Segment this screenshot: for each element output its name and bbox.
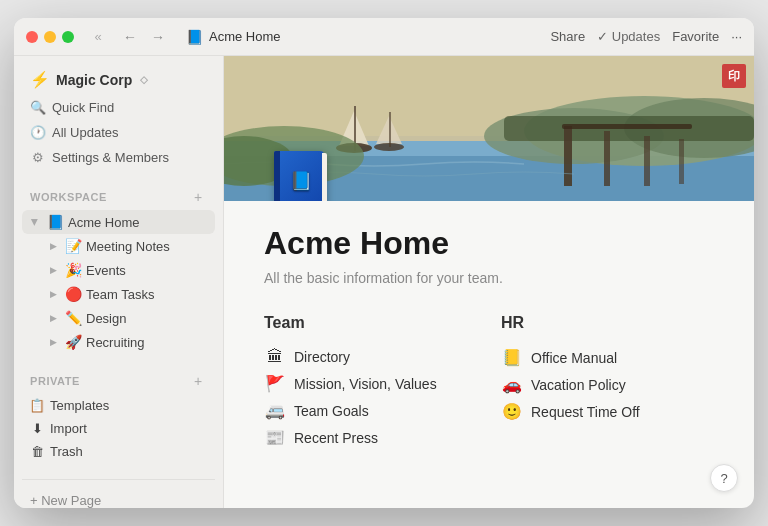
sidebar-top: ⚡ Magic Corp ◇ 🔍 Quick Find 🕐 All Update…	[14, 56, 223, 174]
favorite-button[interactable]: Favorite	[672, 29, 719, 44]
svg-rect-11	[679, 139, 684, 184]
sidebar-recruiting-label: Recruiting	[86, 335, 209, 350]
content-body: Acme Home All the basic information for …	[224, 201, 754, 491]
clock-icon: 🕐	[30, 125, 46, 140]
updates-button[interactable]: ✓ Updates	[597, 29, 660, 44]
maximize-button[interactable]	[62, 31, 74, 43]
link-vacationpolicy[interactable]: 🚗 Vacation Policy	[501, 371, 714, 398]
workspace-label: Magic Corp	[56, 72, 132, 88]
directory-label: Directory	[294, 349, 350, 365]
gear-icon: ⚙	[30, 150, 46, 165]
hr-section: HR 📒 Office Manual 🚗 Vacation Policy 🙂	[501, 314, 714, 451]
workspace-name[interactable]: ⚡ Magic Corp ◇	[22, 64, 215, 95]
content-grid: Team 🏛 Directory 🚩 Mission, Vision, Valu…	[264, 314, 714, 451]
arrow-icon: ▶	[46, 263, 60, 277]
search-icon: 🔍	[30, 100, 46, 115]
link-officemanual[interactable]: 📒 Office Manual	[501, 344, 714, 371]
link-directory[interactable]: 🏛 Directory	[264, 344, 477, 370]
recentpress-icon: 📰	[264, 428, 286, 447]
sidebar-meetingnotes-label: Meeting Notes	[86, 239, 209, 254]
sidebar-design-label: Design	[86, 311, 209, 326]
link-requesttimeoff[interactable]: 🙂 Request Time Off	[501, 398, 714, 425]
main-area: ⚡ Magic Corp ◇ 🔍 Quick Find 🕐 All Update…	[14, 56, 754, 508]
more-button[interactable]: ···	[731, 29, 742, 44]
templates-icon: 📋	[28, 398, 46, 413]
arrow-icon: ▶	[46, 311, 60, 325]
requesttimeoff-label: Request Time Off	[531, 404, 640, 420]
sidebar-divider	[22, 479, 215, 480]
sidebar-bottom: + New Page	[14, 467, 223, 508]
page-book-icon: 📘	[274, 151, 324, 201]
breadcrumb-title[interactable]: Acme Home	[209, 29, 281, 44]
sidebar-item-teamtasks[interactable]: ▶ 🔴 Team Tasks	[22, 282, 215, 306]
nav-buttons: ← →	[118, 25, 170, 49]
hr-section-title: HR	[501, 314, 714, 332]
svg-rect-10	[644, 136, 650, 186]
sidebar-item-events[interactable]: ▶ 🎉 Events	[22, 258, 215, 282]
sidebar-teamtasks-label: Team Tasks	[86, 287, 209, 302]
private-section-header: PRIVATE +	[22, 370, 215, 392]
app-window: « ← → 📘 Acme Home Share ✓ Updates Favori…	[14, 18, 754, 508]
svg-rect-8	[564, 126, 572, 186]
arrow-icon: ▶	[46, 239, 60, 253]
link-mission[interactable]: 🚩 Mission, Vision, Values	[264, 370, 477, 397]
link-recentpress[interactable]: 📰 Recent Press	[264, 424, 477, 451]
requesttimeoff-icon: 🙂	[501, 402, 523, 421]
page-subtitle: All the basic information for your team.	[264, 270, 714, 286]
svg-rect-16	[389, 112, 391, 147]
page-icon: 📝	[64, 238, 82, 254]
add-private-page-button[interactable]: +	[189, 372, 207, 390]
help-button[interactable]: ?	[710, 464, 738, 492]
sidebar-item-acmehome[interactable]: ▶ 📘 Acme Home	[22, 210, 215, 234]
sidebar-settings-label: Settings & Members	[52, 150, 169, 165]
book-pages	[322, 153, 327, 201]
add-workspace-page-button[interactable]: +	[189, 188, 207, 206]
sidebar-acmehome-label: Acme Home	[68, 215, 209, 230]
sidebar-templates-label: Templates	[50, 398, 209, 413]
forward-button[interactable]: →	[146, 25, 170, 49]
private-section-label: PRIVATE	[30, 375, 80, 387]
titlebar: « ← → 📘 Acme Home Share ✓ Updates Favori…	[14, 18, 754, 56]
link-teamgoals[interactable]: 🚐 Team Goals	[264, 397, 477, 424]
collapse-sidebar-button[interactable]: «	[86, 25, 110, 49]
sidebar-item-design[interactable]: ▶ ✏️ Design	[22, 306, 215, 330]
mission-label: Mission, Vision, Values	[294, 376, 437, 392]
vacationpolicy-label: Vacation Policy	[531, 377, 626, 393]
team-section: Team 🏛 Directory 🚩 Mission, Vision, Valu…	[264, 314, 477, 451]
page-title: Acme Home	[264, 225, 714, 262]
arrow-icon: ▶	[28, 215, 42, 229]
sidebar-quickfind-label: Quick Find	[52, 100, 114, 115]
sidebar-item-meetingnotes[interactable]: ▶ 📝 Meeting Notes	[22, 234, 215, 258]
back-button[interactable]: ←	[118, 25, 142, 49]
sidebar-item-import[interactable]: ⬇ Import	[22, 417, 215, 440]
workspace-icon: ⚡	[30, 70, 50, 89]
page-icon: 🚀	[64, 334, 82, 350]
sidebar-item-settings[interactable]: ⚙ Settings & Members	[22, 145, 215, 170]
workspace-section-header: WORKSPACE +	[22, 186, 215, 208]
officemanual-label: Office Manual	[531, 350, 617, 366]
new-page-button[interactable]: + New Page	[22, 488, 215, 508]
sidebar-item-trash[interactable]: 🗑 Trash	[22, 440, 215, 463]
teamgoals-icon: 🚐	[264, 401, 286, 420]
import-icon: ⬇	[28, 421, 46, 436]
minimize-button[interactable]	[44, 31, 56, 43]
sidebar-item-recruiting[interactable]: ▶ 🚀 Recruiting	[22, 330, 215, 354]
workspace-chevron: ◇	[140, 74, 148, 85]
new-page-label: + New Page	[30, 493, 101, 508]
svg-point-18	[374, 143, 404, 151]
sidebar-item-quickfind[interactable]: 🔍 Quick Find	[22, 95, 215, 120]
close-button[interactable]	[26, 31, 38, 43]
book-spine	[274, 151, 280, 201]
sidebar-item-templates[interactable]: 📋 Templates	[22, 394, 215, 417]
share-button[interactable]: Share	[550, 29, 585, 44]
page-icon: ✏️	[64, 310, 82, 326]
arrow-icon: ▶	[46, 335, 60, 349]
titlebar-actions: Share ✓ Updates Favorite ···	[550, 29, 742, 44]
workspace-section-label: WORKSPACE	[30, 191, 107, 203]
breadcrumb: 📘 Acme Home	[186, 29, 281, 45]
officemanual-icon: 📒	[501, 348, 523, 367]
sidebar-allupdates-label: All Updates	[52, 125, 118, 140]
hero-image: 印 📘	[224, 56, 754, 201]
svg-text:印: 印	[728, 69, 740, 83]
sidebar-item-allupdates[interactable]: 🕐 All Updates	[22, 120, 215, 145]
